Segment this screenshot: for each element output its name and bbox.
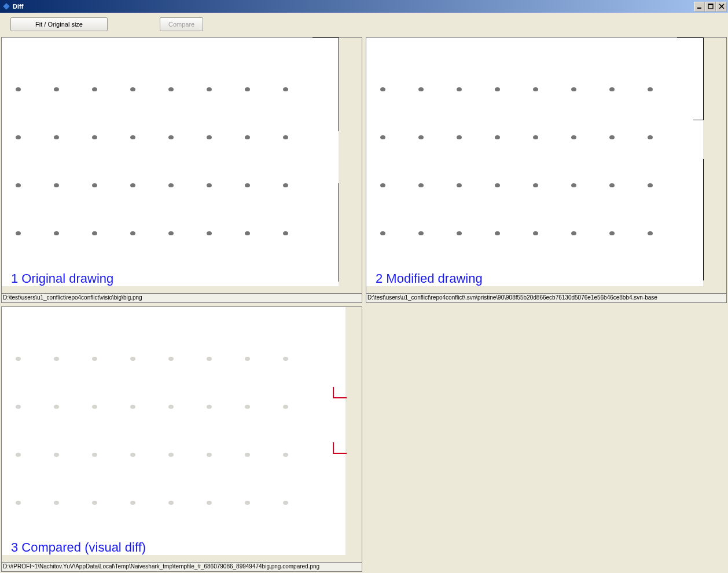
- original-label: 1 Original drawing: [11, 271, 113, 286]
- compared-drawing: [2, 307, 345, 556]
- modified-label: 2 Modified drawing: [376, 271, 483, 286]
- compared-path: D:\#PROFI~1\Nachitov.YuV\AppData\Local\T…: [2, 562, 362, 571]
- original-image-area[interactable]: 1 Original drawing: [2, 38, 362, 293]
- compared-label: 3 Compared (visual diff): [11, 540, 146, 555]
- titlebar: Diff: [0, 0, 728, 13]
- window-controls: [694, 2, 727, 12]
- svg-marker-0: [3, 3, 10, 10]
- svg-rect-1: [697, 8, 701, 9]
- toolbar: Fit / Original size Compare: [0, 13, 728, 36]
- modified-image-area[interactable]: 2 Modified drawing: [366, 38, 726, 293]
- modified-drawing: [366, 38, 703, 286]
- empty-area: [366, 306, 727, 572]
- compared-image-area[interactable]: 3 Compared (visual diff): [2, 307, 362, 563]
- panel-original: 1 Original drawing D:\test\users\u1_conf…: [1, 37, 362, 303]
- fit-original-size-button[interactable]: Fit / Original size: [10, 17, 108, 31]
- close-button[interactable]: [716, 2, 727, 12]
- panel-empty: [366, 306, 727, 572]
- maximize-button[interactable]: [705, 2, 716, 12]
- modified-path: D:\test\users\u1_conflict\repo4conflict\…: [366, 293, 726, 302]
- panel-compared: 3 Compared (visual diff) D:\#PROFI~1\Nac…: [1, 306, 362, 572]
- panel-modified: 2 Modified drawing D:\test\users\u1_conf…: [366, 37, 727, 303]
- app-icon: [2, 2, 10, 10]
- original-path: D:\test\users\u1_conflict\repo4conflict\…: [2, 293, 362, 302]
- compare-button: Compare: [160, 17, 203, 31]
- window-title: Diff: [13, 3, 694, 10]
- panels-grid: 1 Original drawing D:\test\users\u1_conf…: [0, 36, 728, 573]
- svg-rect-3: [708, 4, 713, 5]
- minimize-button[interactable]: [694, 2, 705, 12]
- original-drawing: [2, 38, 339, 286]
